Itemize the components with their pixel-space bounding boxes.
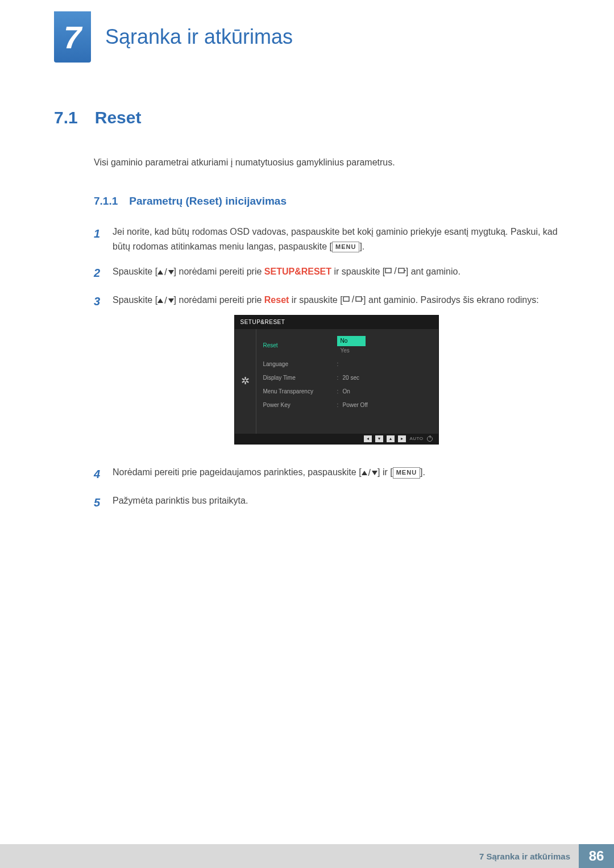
step1-text-b: ]. bbox=[359, 242, 364, 251]
menu-button-icon: MENU bbox=[332, 242, 359, 253]
footer-chapter-label: 7 Sąranka ir atkūrimas bbox=[0, 844, 579, 868]
osd-row-power-key: Power Key : Power Off bbox=[256, 398, 438, 412]
step5-text: Pažymėta parinktis bus pritaikyta. bbox=[113, 493, 560, 512]
gear-icon: ✲ bbox=[241, 373, 250, 389]
osd-value: Power Off bbox=[343, 401, 432, 410]
chapter-title: Sąranka ir atkūrimas bbox=[105, 25, 293, 49]
section-title: Reset bbox=[95, 108, 142, 127]
osd-title: SETUP&RESET bbox=[235, 315, 438, 329]
step3-highlight: Reset bbox=[264, 295, 289, 305]
step2-d: ir spauskite [ bbox=[331, 267, 385, 276]
osd-value: On bbox=[343, 387, 432, 396]
subsection-title: Parametrų (Reset) inicijavimas bbox=[129, 195, 287, 207]
up-down-icon: / bbox=[157, 265, 173, 280]
chapter-number-badge: 7 bbox=[54, 11, 91, 63]
source-enter-icon: / bbox=[385, 264, 405, 279]
up-down-icon: / bbox=[157, 293, 173, 308]
osd-nav-left-icon: ◂ bbox=[364, 435, 372, 442]
step-2: 2 Spauskite [/] norėdami pereiti prie SE… bbox=[94, 264, 560, 282]
chapter-header: 7 Sąranka ir atkūrimas bbox=[0, 0, 614, 63]
osd-menu: SETUP&RESET ✲ Reset No Yes bbox=[234, 315, 439, 445]
osd-row-reset: Reset No Yes bbox=[256, 334, 438, 358]
osd-nav-down-icon: ▾ bbox=[375, 435, 383, 442]
subsection-header: 7.1.1 Parametrų (Reset) inicijavimas bbox=[94, 195, 560, 207]
osd-value-secondary: Yes bbox=[337, 346, 353, 355]
osd-nav-up-icon: ▴ bbox=[387, 435, 395, 442]
step-3: 3 Spauskite [/] norėdami pereiti prie Re… bbox=[94, 292, 560, 455]
subsection-number: 7.1.1 bbox=[94, 195, 118, 207]
step4-a: Norėdami pereiti prie pageidaujamos pari… bbox=[113, 467, 362, 477]
step4-c: ]. bbox=[420, 467, 425, 477]
section-header: 7.1 Reset bbox=[54, 108, 560, 127]
svg-rect-0 bbox=[385, 268, 391, 273]
step3-b: ] norėdami pereiti prie bbox=[174, 295, 264, 305]
osd-label: Menu Transparency bbox=[263, 387, 337, 396]
svg-rect-3 bbox=[356, 297, 362, 301]
step-1: 1 Jei norite, kad būtų rodomas OSD vadov… bbox=[94, 225, 560, 254]
osd-row-display-time: Display Time : 20 sec bbox=[256, 371, 438, 385]
section-number: 7.1 bbox=[54, 108, 78, 127]
step2-b: ] norėdami pereiti prie bbox=[174, 267, 264, 276]
source-enter-icon: / bbox=[343, 292, 363, 307]
osd-auto-label: AUTO bbox=[409, 435, 423, 443]
osd-value: 20 sec bbox=[343, 373, 432, 383]
step2-a: Spauskite [ bbox=[113, 267, 157, 276]
step-number: 5 bbox=[94, 493, 102, 512]
osd-label: Language bbox=[263, 360, 337, 369]
up-down-icon: / bbox=[362, 466, 377, 480]
osd-row-language: Language : bbox=[256, 358, 438, 371]
step3-a: Spauskite [ bbox=[113, 295, 157, 305]
osd-nav-right-icon: ▸ bbox=[398, 435, 406, 442]
step4-b: ] ir [ bbox=[377, 467, 393, 477]
step-list: 1 Jei norite, kad būtų rodomas OSD vadov… bbox=[94, 225, 560, 512]
step3-e: ] ant gaminio. Pasirodys šis ekrano rodi… bbox=[363, 295, 539, 305]
step-4: 4 Norėdami pereiti prie pageidaujamos pa… bbox=[94, 465, 560, 483]
osd-bottombar: ◂ ▾ ▴ ▸ AUTO bbox=[235, 434, 438, 445]
osd-power-icon bbox=[427, 436, 433, 442]
osd-label: Display Time bbox=[263, 373, 337, 383]
osd-category-icon: ✲ bbox=[235, 329, 256, 434]
section-intro: Visi gaminio parametrai atkuriami į numa… bbox=[94, 156, 560, 169]
osd-label: Reset bbox=[263, 341, 337, 350]
step-number: 1 bbox=[94, 225, 102, 254]
step2-highlight: SETUP&RESET bbox=[264, 267, 331, 276]
menu-button-icon: MENU bbox=[393, 467, 420, 479]
osd-label: Power Key bbox=[263, 401, 337, 410]
step-number: 2 bbox=[94, 264, 102, 282]
footer-page-number: 86 bbox=[579, 844, 614, 868]
osd-row-menu-transparency: Menu Transparency : On bbox=[256, 385, 438, 398]
step3-d: ir spauskite [ bbox=[289, 295, 342, 305]
step-number: 4 bbox=[94, 465, 102, 483]
page-footer: 7 Sąranka ir atkūrimas 86 bbox=[0, 844, 614, 868]
svg-rect-1 bbox=[399, 268, 404, 273]
step-number: 3 bbox=[94, 292, 102, 455]
step2-e: ] ant gaminio. bbox=[406, 267, 460, 276]
svg-rect-2 bbox=[343, 297, 349, 301]
step-5: 5 Pažymėta parinktis bus pritaikyta. bbox=[94, 493, 560, 512]
osd-value-highlighted: No bbox=[337, 336, 366, 346]
